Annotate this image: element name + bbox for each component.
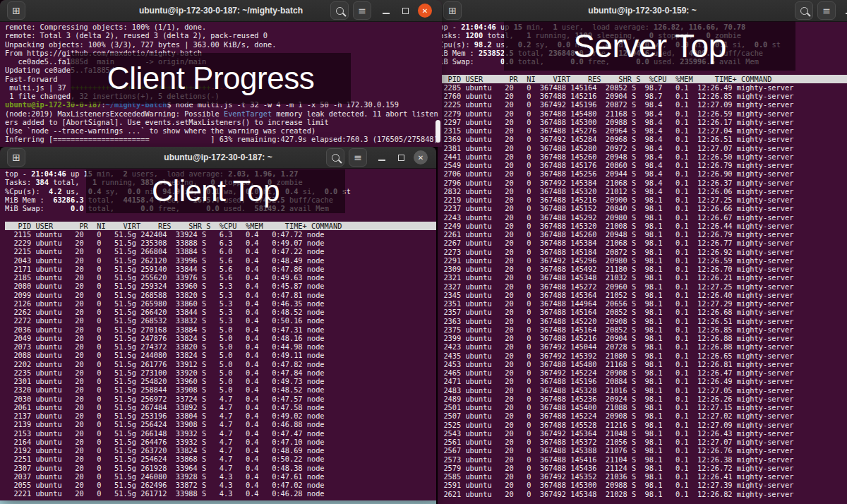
minimize-button[interactable] <box>841 1 847 20</box>
terminal-output[interactable]: top - 21:04:46 up 15 min, 2 users, load … <box>0 168 436 500</box>
minimize-button[interactable] <box>374 148 390 167</box>
caption-client-progress: Client Progress <box>71 53 351 104</box>
minimize-icon <box>378 160 385 161</box>
close-button[interactable]: ✕ <box>414 150 428 164</box>
maximize-button[interactable] <box>397 1 413 20</box>
caption-server-top: Server Top <box>504 21 795 71</box>
menu-icon: ≡ <box>358 5 366 16</box>
titlebar[interactable]: ⊞ ubuntu@ip-172-30-0-159: ~ ≡ <box>438 0 847 22</box>
search-icon <box>336 7 344 15</box>
search-button[interactable] <box>330 1 349 20</box>
new-tab-icon: ⊞ <box>448 5 457 16</box>
new-tab-button[interactable]: ⊞ <box>7 1 25 20</box>
new-tab-button[interactable]: ⊞ <box>443 1 462 20</box>
menu-icon: ≡ <box>354 152 362 163</box>
new-tab-icon: ⊞ <box>12 5 20 16</box>
menu-button[interactable]: ≡ <box>817 1 836 20</box>
scrollbar-thumb[interactable] <box>435 120 440 143</box>
close-button[interactable]: ✕ <box>418 4 432 18</box>
minimize-button[interactable] <box>378 1 394 20</box>
search-icon <box>800 7 808 15</box>
search-icon <box>332 154 340 162</box>
titlebar[interactable]: ⊞ ubuntu@ip-172-30-0-187: ~/mighty-batch… <box>0 0 442 22</box>
maximize-icon <box>398 155 404 161</box>
menu-icon: ≡ <box>822 5 831 16</box>
minimize-icon <box>383 13 390 14</box>
close-icon: ✕ <box>418 154 424 162</box>
new-tab-button[interactable]: ⊞ <box>7 148 25 167</box>
maximize-button[interactable] <box>393 148 409 167</box>
titlebar[interactable]: ⊞ ubuntu@ip-172-30-0-187: ~ ≡ ✕ <box>0 147 436 169</box>
window-title: ubuntu@ip-172-30-0-187: ~ <box>164 147 272 168</box>
caption-client-top: Client Top <box>86 169 345 213</box>
terminal-output[interactable]: top - 21:04:46 up 15 min, 1 user, load a… <box>438 21 847 504</box>
close-icon: ✕ <box>422 7 428 15</box>
maximize-icon <box>402 8 409 14</box>
new-tab-icon: ⊞ <box>12 152 20 163</box>
window-title: ubuntu@ip-172-30-0-187: ~/mighty-batch <box>139 0 303 21</box>
window-title: ubuntu@ip-172-30-0-159: ~ <box>588 0 696 21</box>
window-server-top: ⊞ ubuntu@ip-172-30-0-159: ~ ≡ top - 21:0… <box>438 0 847 504</box>
menu-button[interactable]: ≡ <box>353 1 371 20</box>
search-button[interactable] <box>326 148 344 167</box>
search-button[interactable] <box>795 1 813 20</box>
menu-button[interactable]: ≡ <box>349 148 367 167</box>
